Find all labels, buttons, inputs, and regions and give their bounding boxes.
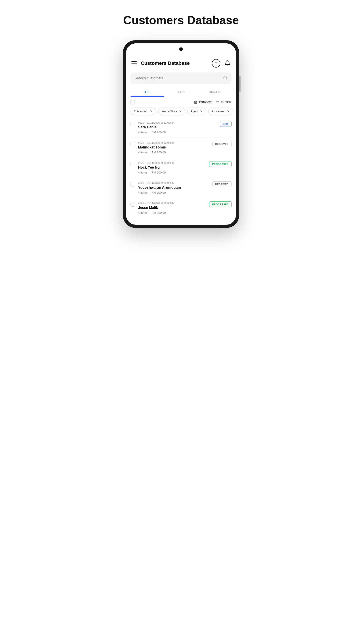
chip-agent[interactable]: Agent ✕: [187, 108, 206, 115]
help-icon[interactable]: ?: [212, 59, 220, 68]
item-details: 4 items RM 200.00: [138, 171, 206, 174]
status-badge: RECEIVED: [212, 141, 232, 147]
item-order-meta: #229 - 11/11/2020 at 12:00PM: [138, 121, 217, 124]
export-label: EXPORT: [199, 100, 212, 104]
chip-processed[interactable]: Processed ✕: [208, 108, 233, 115]
chip-this-month-remove[interactable]: ✕: [150, 110, 153, 113]
item-checkbox[interactable]: [130, 122, 135, 126]
item-count: 4 items: [138, 171, 147, 174]
search-input[interactable]: [134, 76, 221, 80]
svg-line-1: [226, 79, 227, 80]
item-order-meta: #229 - 11/11/2020 at 12:00PM: [138, 162, 206, 164]
page-title: Customers Database: [123, 14, 239, 27]
filter-button[interactable]: FILTER: [216, 100, 232, 104]
item-info: #229 - 11/11/2020 at 12:00PM Malingkat T…: [138, 141, 209, 154]
item-order-meta: #229 - 11/11/2020 at 12:00PM: [138, 141, 209, 144]
item-badge: PROCESSED: [209, 162, 232, 166]
item-badge: RECEIVED: [212, 182, 232, 186]
item-info: #229 - 11/11/2020 at 12:00PM Jesse Malik…: [138, 202, 206, 214]
item-name: Malingkat Tomis: [138, 145, 209, 149]
chip-yezza-store-remove[interactable]: ✕: [179, 110, 182, 113]
chip-yezza-store[interactable]: Yezza Store ✕: [158, 108, 185, 115]
chip-agent-label: Agent: [191, 110, 198, 113]
notification-icon[interactable]: [224, 60, 231, 66]
status-badge: NEW: [220, 121, 232, 127]
item-name: Yugeshwaran Arumugam: [138, 186, 209, 190]
header-title: Customers Database: [141, 60, 190, 66]
chip-processed-remove[interactable]: ✕: [227, 110, 230, 113]
item-badge: NEW: [220, 122, 232, 126]
tab-paid[interactable]: PAID: [164, 88, 198, 96]
toolbar-right: EXPORT FILTER: [194, 100, 232, 104]
item-name: Sara Daniel: [138, 125, 217, 129]
item-checkbox[interactable]: [130, 182, 135, 186]
status-badge: RECEIVED: [212, 181, 232, 187]
item-count: 4 items: [138, 130, 147, 134]
item-amount: RM 200.00: [151, 171, 166, 174]
customer-list: #229 - 11/11/2020 at 12:00PM Sara Daniel…: [126, 118, 236, 218]
status-bar: [126, 44, 236, 55]
item-checkbox[interactable]: [130, 162, 135, 166]
item-order-meta: #229 - 11/11/2020 at 12:00PM: [138, 202, 206, 205]
item-amount: RM 200.00: [151, 151, 166, 154]
chip-yezza-store-label: Yezza Store: [162, 110, 177, 113]
app-header: Customers Database ?: [126, 55, 236, 70]
chip-agent-remove[interactable]: ✕: [200, 110, 203, 113]
item-count: 4 items: [138, 151, 147, 154]
chip-this-month-label: This month: [134, 110, 148, 113]
toolbar-left: [130, 100, 135, 104]
customer-item[interactable]: #229 - 11/11/2020 at 12:00PM Sara Daniel…: [130, 118, 232, 138]
item-details: 4 items RM 200.00: [138, 191, 209, 194]
header-icons: ?: [212, 59, 231, 68]
item-count: 4 items: [138, 211, 147, 214]
search-icon: [223, 76, 228, 81]
item-badge: RECEIVED: [212, 142, 232, 146]
customer-item[interactable]: #229 - 11/11/2020 at 12:00PM Malingkat T…: [130, 138, 232, 158]
item-count: 4 items: [138, 191, 147, 194]
item-name: Hock Yee Ng: [138, 166, 206, 170]
svg-line-2: [196, 101, 197, 102]
phone-side-button: [240, 76, 240, 92]
item-amount: RM 200.00: [151, 211, 166, 214]
item-details: 4 items RM 200.00: [138, 211, 206, 214]
item-info: #229 - 11/11/2020 at 12:00PM Yugeshwaran…: [138, 182, 209, 194]
search-bar: [130, 72, 232, 84]
status-badge: PROCESSED: [209, 202, 232, 207]
filter-icon: [216, 100, 219, 104]
item-details: 4 items RM 200.00: [138, 130, 217, 134]
item-checkbox[interactable]: [130, 202, 135, 206]
filter-label: FILTER: [221, 100, 232, 104]
item-info: #229 - 11/11/2020 at 12:00PM Sara Daniel…: [138, 121, 217, 134]
tab-all[interactable]: ALL: [130, 88, 164, 96]
tab-unpaid[interactable]: UNPAID: [198, 88, 232, 96]
item-info: #229 - 11/11/2020 at 12:00PM Hock Yee Ng…: [138, 162, 206, 174]
chip-this-month[interactable]: This month ✕: [130, 108, 156, 115]
item-name: Jesse Malik: [138, 206, 206, 210]
help-icon-label: ?: [215, 61, 217, 65]
camera-dot: [179, 48, 183, 51]
tabs: ALL PAID UNPAID: [130, 88, 232, 97]
customer-item[interactable]: #229 - 11/11/2020 at 12:00PM Hock Yee Ng…: [130, 158, 232, 178]
select-all-checkbox[interactable]: [130, 100, 135, 104]
header-left: Customers Database: [131, 60, 190, 66]
toolbar: EXPORT FILTER: [126, 97, 236, 107]
item-order-meta: #229 - 11/11/2020 at 12:00PM: [138, 182, 209, 185]
customer-item[interactable]: #229 - 11/11/2020 at 12:00PM Yugeshwaran…: [130, 178, 232, 198]
filter-chips: This month ✕ Yezza Store ✕ Agent ✕ Proce…: [126, 107, 236, 118]
phone-inner: Customers Database ?: [126, 44, 236, 225]
status-badge: PROCESSED: [209, 161, 232, 167]
phone-frame: Customers Database ?: [123, 40, 239, 228]
item-details: 4 items RM 200.00: [138, 151, 209, 154]
item-badge: PROCESSED: [209, 202, 232, 206]
item-amount: RM 200.00: [151, 130, 166, 134]
chip-processed-label: Processed: [212, 110, 225, 113]
item-amount: RM 200.00: [151, 191, 166, 194]
customer-item[interactable]: #229 - 11/11/2020 at 12:00PM Jesse Malik…: [130, 198, 232, 218]
export-icon: [194, 100, 198, 104]
item-checkbox[interactable]: [130, 142, 135, 146]
export-button[interactable]: EXPORT: [194, 100, 212, 104]
hamburger-menu-icon[interactable]: [131, 61, 137, 65]
